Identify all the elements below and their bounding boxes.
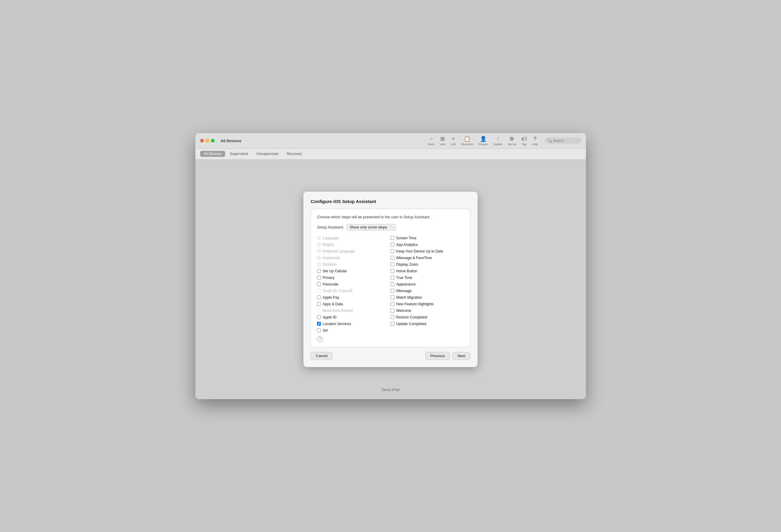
toolbar-tag-label: Tag bbox=[522, 143, 527, 146]
checkbox-screen-time[interactable]: Screen Time bbox=[390, 235, 464, 241]
checkbox-move-from-android-label: Move from Android bbox=[323, 309, 353, 313]
search-input[interactable] bbox=[553, 139, 577, 142]
checkbox-privacy[interactable]: Privacy bbox=[317, 274, 390, 281]
checkbox-screen-time-label: Screen Time bbox=[396, 236, 416, 240]
checkbox-apple-pay[interactable]: Apple Pay bbox=[317, 294, 390, 301]
prepare-icon: 👤 bbox=[480, 136, 487, 142]
close-button[interactable] bbox=[200, 139, 204, 142]
checkbox-imessage-facetime[interactable]: iMessage & FaceTime bbox=[390, 255, 464, 261]
checkbox-set-up-cellular[interactable]: Set Up Cellular bbox=[317, 268, 390, 274]
checkbox-region-label: Region bbox=[323, 242, 334, 247]
toolbar-add-label: Add bbox=[451, 143, 456, 146]
back-icon: ← bbox=[428, 136, 434, 142]
toolbar-help[interactable]: ? Help bbox=[532, 136, 538, 146]
update-icon: ↑ bbox=[496, 136, 499, 142]
configure-ios-modal: Configure iOS Setup Assistant Choose whi… bbox=[303, 192, 478, 367]
checkbox-touch-face-id-label: Touch ID / Face ID bbox=[323, 289, 353, 293]
tab-supervised[interactable]: Supervised bbox=[226, 151, 251, 157]
toolbar-setup[interactable]: ⚙ Set Up bbox=[507, 136, 516, 146]
titlebar: All Devices ← Back ⊞ View + Add 📋 Bluepr… bbox=[195, 133, 586, 149]
checkbox-keyboards-label: Keyboards bbox=[323, 256, 340, 260]
checkbox-home-button-label: Home Button bbox=[396, 269, 417, 273]
checkbox-new-feature-highlights-label: New Feature Highlights bbox=[396, 302, 434, 306]
toolbar-update[interactable]: ↑ Update bbox=[493, 136, 502, 146]
setup-assistant-label: Setup Assistant: bbox=[317, 225, 344, 229]
checkbox-language[interactable]: Language bbox=[317, 235, 390, 241]
checkbox-home-button[interactable]: Home Button bbox=[390, 268, 464, 274]
checkbox-siri-label: Siri bbox=[323, 328, 328, 332]
traffic-lights bbox=[200, 139, 215, 142]
checkbox-keep-device-label: Keep Your Device Up to Date bbox=[396, 249, 443, 253]
checkbox-dictation-label: Dictation bbox=[323, 262, 337, 267]
toolbar-back[interactable]: ← Back bbox=[428, 136, 434, 146]
maximize-button[interactable] bbox=[211, 139, 215, 142]
checkbox-keyboards[interactable]: Keyboards bbox=[317, 255, 390, 261]
help-button[interactable]: ? bbox=[317, 336, 323, 342]
checkbox-watch-migration[interactable]: Watch Migration bbox=[390, 294, 464, 301]
checkbox-app-analytics[interactable]: App Analytics bbox=[390, 241, 464, 248]
modal-body: Choose which steps will be presented to … bbox=[311, 209, 470, 347]
toolbar: ← Back ⊞ View + Add 📋 Blueprints 👤 Prepa… bbox=[428, 136, 538, 146]
checkboxes-grid: Language Region Preferred Language bbox=[317, 235, 464, 334]
next-button[interactable]: Next bbox=[452, 352, 470, 360]
checkbox-true-tone[interactable]: True Tone bbox=[390, 274, 464, 281]
checkbox-update-completed[interactable]: Update Completed bbox=[390, 321, 464, 327]
cancel-button[interactable]: Cancel bbox=[311, 352, 333, 360]
tab-unsupervised[interactable]: Unsupervised bbox=[253, 151, 282, 157]
checkbox-privacy-label: Privacy bbox=[323, 276, 334, 280]
checkbox-location-services[interactable]: Location Services bbox=[317, 321, 390, 327]
checkbox-restore-completed[interactable]: Restore Completed bbox=[390, 314, 464, 321]
checkbox-region[interactable]: Region bbox=[317, 241, 390, 248]
previous-button[interactable]: Previous bbox=[425, 352, 450, 360]
modal-title: Configure iOS Setup Assistant bbox=[311, 199, 470, 204]
toolbar-prepare[interactable]: 👤 Prepare bbox=[479, 136, 488, 146]
checkbox-app-analytics-label: App Analytics bbox=[396, 242, 418, 247]
checkbox-welcome-label: Welcome bbox=[396, 309, 411, 313]
minimize-button[interactable] bbox=[206, 139, 209, 142]
checkbox-apple-pay-label: Apple Pay bbox=[323, 296, 339, 300]
tab-recovery[interactable]: Recovery bbox=[283, 151, 305, 157]
tab-all-devices[interactable]: All Devices bbox=[200, 151, 225, 157]
checkbox-preferred-language-label: Preferred Language bbox=[323, 249, 355, 253]
search-bar[interactable]: 🔍 bbox=[545, 138, 581, 144]
checkbox-apps-data[interactable]: Apps & Data bbox=[317, 301, 390, 307]
checkbox-imessage[interactable]: iMessage bbox=[390, 287, 464, 294]
checkbox-appearance[interactable]: Appearance bbox=[390, 281, 464, 287]
tag-icon: 🏷 bbox=[521, 136, 527, 142]
main-window: All Devices ← Back ⊞ View + Add 📋 Bluepr… bbox=[195, 133, 586, 399]
checkbox-passcode[interactable]: Passcode bbox=[317, 281, 390, 287]
toolbar-view[interactable]: ⊞ View bbox=[440, 136, 445, 146]
checkbox-preferred-language[interactable]: Preferred Language bbox=[317, 248, 390, 255]
checkbox-move-from-android[interactable]: Move from Android bbox=[317, 307, 390, 314]
setup-assistant-dropdown[interactable]: Show all steps Show only some steps Skip… bbox=[346, 224, 396, 231]
modal-description: Choose which steps will be presented to … bbox=[317, 215, 464, 219]
toolbar-view-label: View bbox=[440, 143, 445, 146]
nav-buttons: Previous Next bbox=[425, 352, 470, 360]
checkbox-new-feature-highlights[interactable]: New Feature Highlights bbox=[390, 301, 464, 307]
checkbox-keep-device-up-to-date[interactable]: Keep Your Device Up to Date bbox=[390, 248, 464, 255]
help-icon: ? bbox=[533, 136, 536, 142]
modal-footer: Cancel Previous Next bbox=[311, 352, 470, 360]
toolbar-add[interactable]: + Add bbox=[451, 136, 456, 146]
checkbox-welcome[interactable]: Welcome bbox=[390, 307, 464, 314]
checkbox-imessage-facetime-label: iMessage & FaceTime bbox=[396, 256, 432, 260]
add-icon: + bbox=[452, 136, 455, 142]
window-title: All Devices bbox=[220, 139, 241, 143]
dropdown-wrapper[interactable]: Show all steps Show only some steps Skip… bbox=[346, 224, 396, 231]
toolbar-blueprints[interactable]: 📋 Blueprints bbox=[461, 136, 473, 146]
checkbox-apple-id-label: Apple ID bbox=[323, 315, 336, 319]
checkbox-apple-id[interactable]: Apple ID bbox=[317, 314, 390, 321]
checkbox-touch-face-id[interactable]: Touch ID / Face ID bbox=[317, 287, 390, 294]
main-content: Configure iOS Setup Assistant Choose whi… bbox=[195, 160, 586, 399]
checkbox-siri[interactable]: Siri bbox=[317, 327, 390, 334]
checkbox-restore-completed-label: Restore Completed bbox=[396, 315, 427, 319]
checkbox-set-up-cellular-label: Set Up Cellular bbox=[323, 269, 347, 273]
checkbox-watch-migration-label: Watch Migration bbox=[396, 296, 422, 300]
checkbox-display-zoom[interactable]: Display Zoom bbox=[390, 261, 464, 268]
modal-overlay: Configure iOS Setup Assistant Choose whi… bbox=[195, 160, 586, 399]
setup-assistant-row: Setup Assistant: Show all steps Show onl… bbox=[317, 224, 464, 231]
toolbar-tag[interactable]: 🏷 Tag bbox=[521, 136, 527, 146]
checkbox-dictation[interactable]: Dictation bbox=[317, 261, 390, 268]
tabs-bar: All Devices Supervised Unsupervised Reco… bbox=[195, 149, 586, 160]
checkbox-true-tone-label: True Tone bbox=[396, 276, 412, 280]
